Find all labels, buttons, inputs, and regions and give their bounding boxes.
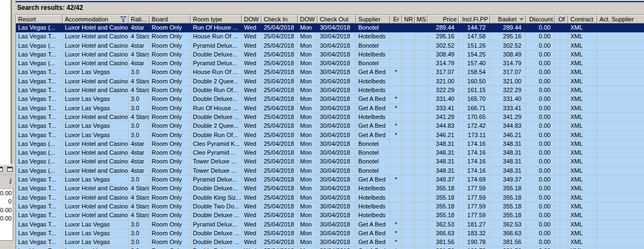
column-header-room_type[interactable]: Room type [191, 15, 242, 24]
restore-window-icon[interactable] [7, 167, 13, 172]
table-row[interactable]: Las Vegas T...Luxor Las Vegas3.0Room Onl… [16, 229, 644, 238]
table-row[interactable]: Las Vegas (...Luxor Hotel and Casino4sta… [16, 59, 644, 68]
column-header-contract[interactable]: Contract [568, 15, 597, 24]
column-header-basket[interactable]: Basket [490, 15, 526, 24]
cell-check_out: 30/04/2018 [318, 122, 356, 131]
cell-contract: XML [568, 86, 597, 95]
table-row[interactable]: Las Vegas T...Luxor Hotel and Casino4 St… [16, 211, 644, 220]
cell-basket: 355.18 [490, 194, 526, 202]
table-row[interactable]: Las Vegas T...Luxor Las Vegas3.0Room Onl… [16, 68, 644, 77]
column-header-board[interactable]: Board [149, 15, 191, 24]
cell-act_supplier [597, 42, 644, 50]
column-header-rating[interactable]: Rati... [129, 15, 149, 24]
cell-incl_fl_pp: 181.27 [459, 220, 490, 229]
cell-check_in: 25/04/2018 [262, 32, 298, 41]
cell-supplier: Get A Bed [356, 220, 390, 229]
cell-check_out: 30/04/2018 [318, 95, 356, 104]
cell-board: Room Only [149, 42, 191, 50]
column-header-label: Check Out [320, 16, 348, 22]
cell-basket: 355.18 [490, 184, 526, 193]
cell-accommodation: Luxor Hotel and Casino [63, 32, 129, 41]
table-row[interactable]: Las Vegas (...Luxor Hotel and Casino4sta… [16, 149, 644, 157]
table-row[interactable]: Las Vegas T...Luxor Las Vegas3.0Room Onl… [16, 122, 644, 131]
cell-rating: 4 Stars [129, 211, 149, 220]
column-header-dow_out[interactable]: DOW [298, 15, 318, 24]
column-header-discount[interactable]: Discount [526, 15, 555, 24]
cell-resort: Las Vegas T... [16, 86, 63, 95]
cell-check_in: 25/04/2018 [262, 77, 298, 86]
column-header-incl_fl_pp[interactable]: Incl.Fl.PP [459, 15, 490, 24]
cell-nr [402, 77, 415, 86]
cell-ms [415, 24, 428, 32]
cell-check_out: 30/04/2018 [318, 229, 356, 238]
info-icon[interactable]: i [9, 177, 12, 186]
table-row[interactable]: Las Vegas T...Luxor Hotel and Casino4 St… [16, 113, 644, 122]
table-row[interactable]: Las Vegas T...Luxor Hotel and Casino4 St… [16, 184, 644, 193]
table-row[interactable]: Las Vegas T...Luxor Hotel and Casino4 St… [16, 194, 644, 202]
table-row[interactable]: Las Vegas T...Luxor Las Vegas3.0Room Onl… [16, 238, 644, 247]
cell-er [390, 194, 402, 202]
column-header-supplier[interactable]: Supplier [356, 15, 390, 24]
cell-board: Room Only [149, 238, 191, 247]
cell-board: Room Only [149, 194, 191, 202]
column-header-label: Act. Supplier [599, 16, 634, 22]
column-header-er[interactable]: Er [390, 15, 402, 24]
cell-price: 289.44 [428, 24, 459, 32]
cell-board: Room Only [149, 24, 191, 32]
filter-funnel-icon[interactable] [120, 16, 126, 22]
table-row[interactable]: Las Vegas T...Luxor Hotel and Casino4 St… [16, 77, 644, 86]
column-header-dow_in[interactable]: DOW [242, 15, 262, 24]
table-row[interactable]: Las Vegas T...Luxor Las Vegas3.0Room Onl… [16, 95, 644, 104]
cell-accommodation: Luxor Hotel and Casino [63, 140, 129, 149]
table-row[interactable]: Las Vegas T...Luxor Las Vegas3.0Room Onl… [16, 104, 644, 113]
cell-resort: Las Vegas T... [16, 68, 63, 77]
cell-act_supplier [597, 140, 644, 149]
cell-dow_in: Wed [242, 157, 262, 166]
cell-basket: 317.07 [490, 68, 526, 77]
side-panel-value-list: 0.0000.000.00 [0, 189, 13, 241]
cell-dow_out: Mon [298, 247, 318, 249]
table-row[interactable]: Las Vegas (...Luxor Hotel and Casino4sta… [16, 157, 644, 166]
cell-discount: 0.00 [526, 184, 555, 193]
column-header-act_supplier[interactable]: Act. Supplier [597, 15, 644, 24]
table-row[interactable]: Las Vegas (...Luxor Hotel and Casino4sta… [16, 140, 644, 149]
table-row-selected[interactable]: Las Vegas (...Luxor Hotel and Casino4sta… [16, 24, 644, 32]
table-row[interactable]: Las Vegas T...Luxor Las Vegas3.0Room Onl… [16, 247, 644, 249]
cell-supplier: Get A Bed [356, 104, 390, 113]
cell-ms [415, 42, 428, 50]
cell-dow_in: Wed [242, 167, 262, 176]
column-header-label: Incl.Fl.PP [462, 16, 488, 22]
column-header-accommodation[interactable]: Accommodation [63, 15, 129, 24]
column-header-nr[interactable]: NR [402, 15, 415, 24]
cell-act_supplier [597, 95, 644, 104]
cell-resort: Las Vegas (... [16, 149, 63, 157]
cell-ms [415, 202, 428, 211]
table-row[interactable]: Las Vegas T...Luxor Hotel and Casino4 St… [16, 86, 644, 95]
column-header-price[interactable]: Price [428, 15, 459, 24]
table-row[interactable]: Las Vegas (...Luxor Hotel and Casino4sta… [16, 42, 644, 50]
cell-discount: 0.00 [526, 238, 555, 247]
summary-value: 0.00 [0, 189, 13, 197]
cell-resort: Las Vegas (... [16, 140, 63, 149]
table-row[interactable]: Las Vegas T...Luxor Las Vegas3.0Room Onl… [16, 220, 644, 229]
table-row[interactable]: Las Vegas T...Luxor Hotel and Casino4 St… [16, 202, 644, 211]
cell-discount: 0.00 [526, 95, 555, 104]
column-header-check_in[interactable]: Check In [262, 15, 298, 24]
cell-er [390, 157, 402, 166]
column-header-check_out[interactable]: Check Out [318, 15, 356, 24]
cell-nr [402, 167, 415, 176]
cell-contract: XML [568, 42, 597, 50]
dock-icon[interactable] [0, 167, 3, 172]
table-row[interactable]: Las Vegas (...Luxor Hotel and Casino4sta… [16, 167, 644, 176]
table-row[interactable]: Las Vegas T...Luxor Las Vegas3.0Room Onl… [16, 176, 644, 184]
cell-resort: Las Vegas T... [16, 77, 63, 86]
column-header-resort[interactable]: Resort [16, 15, 63, 24]
cell-basket: 295.16 [490, 32, 526, 41]
table-row[interactable]: Las Vegas T...Luxor Las Vegas3.0Room Onl… [16, 131, 644, 140]
cell-accommodation: Luxor Las Vegas [63, 131, 129, 140]
table-row[interactable]: Las Vegas T...Luxor Hotel and Casino4 St… [16, 50, 644, 59]
table-row[interactable]: Las Vegas T...Luxor Hotel and Casino4 St… [16, 32, 644, 41]
column-header-ms[interactable]: MS [415, 15, 428, 24]
column-header-of[interactable]: Of [555, 15, 568, 24]
cell-discount: 0.00 [526, 140, 555, 149]
